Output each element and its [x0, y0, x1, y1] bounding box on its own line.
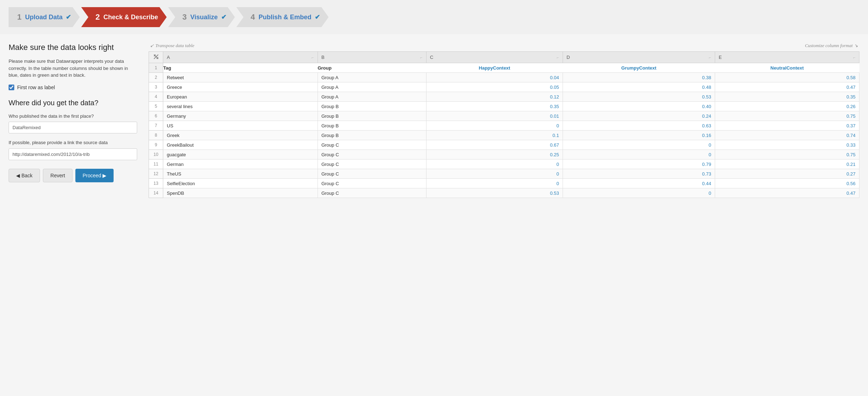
left-panel: Make sure the data looks right Please ma…: [9, 43, 137, 198]
row-8-col-1: Group B: [318, 131, 426, 140]
description-text: Please make sure that Datawrapper interp…: [9, 58, 137, 79]
col-c-sort-icon: ⌐: [557, 55, 559, 60]
row-8-col-0: Greek: [163, 131, 318, 140]
row-10-col-4: 0.75: [715, 150, 859, 159]
step-check[interactable]: 2 Check & Describe: [81, 7, 166, 27]
row-5-col-2: 0.35: [426, 102, 563, 111]
action-buttons: ◀ Back Revert Proceed ▶: [9, 169, 137, 182]
customize-link[interactable]: Customize column format ↘: [805, 43, 858, 49]
right-panel: ↙ Transpose data table Customize column …: [149, 43, 859, 198]
row-13-col-0: SelfieElection: [163, 179, 318, 188]
proceed-button[interactable]: Proceed ▶: [75, 169, 114, 182]
col-d-header: D ⌐: [563, 52, 715, 63]
row-8-col-3: 0.16: [563, 131, 715, 140]
row-5-col-3: 0.40: [563, 102, 715, 111]
row-6-col-0: Germany: [163, 111, 318, 121]
row-3-col-0: Greece: [163, 82, 318, 92]
table-row: 6GermanyGroup B0.010.240.75: [149, 111, 859, 121]
row-2-col-2: 0.04: [426, 73, 563, 82]
row-9-col-0: GreekBailout: [163, 140, 318, 150]
col-c-header: C ⌐: [426, 52, 563, 63]
row-7-col-3: 0.63: [563, 121, 715, 131]
row-2-col-3: 0.38: [563, 73, 715, 82]
step-visualize[interactable]: 3 Visualize ✔: [168, 7, 235, 27]
col-a-sort-icon: ⌐: [311, 55, 314, 60]
col-b-sort-icon: ⌐: [420, 55, 422, 60]
row-3-col-3: 0.48: [563, 82, 715, 92]
row-12-col-3: 0.73: [563, 169, 715, 179]
row-11-num: 11: [149, 159, 163, 169]
row-13-col-3: 0.44: [563, 179, 715, 188]
row-10-col-3: 0: [563, 150, 715, 159]
row-12-col-2: 0: [426, 169, 563, 179]
row-5-col-1: Group B: [318, 102, 426, 111]
row-4-col-2: 0.12: [426, 92, 563, 102]
row-12-num: 12: [149, 169, 163, 179]
row-4-col-4: 0.35: [715, 92, 859, 102]
row-9-col-2: 0.67: [426, 140, 563, 150]
publisher-input[interactable]: [9, 122, 137, 133]
row-2-num: 2: [149, 73, 163, 82]
header-tag: Tag: [163, 63, 318, 73]
step-upload[interactable]: 1 Upload Data ✔: [9, 7, 80, 27]
table-row: 10guacgateGroup C0.2500.75: [149, 150, 859, 159]
first-row-checkbox[interactable]: [9, 85, 14, 90]
step4-label: Publish & Embed ✔: [259, 13, 320, 21]
row-11-col-1: Group C: [318, 159, 426, 169]
header-group: Group: [318, 63, 426, 73]
row-7-col-0: US: [163, 121, 318, 131]
row-13-col-1: Group C: [318, 179, 426, 188]
row-12-col-0: TheUS: [163, 169, 318, 179]
back-button[interactable]: ◀ Back: [9, 169, 40, 182]
row-14-num: 14: [149, 188, 163, 198]
row-10-col-0: guacgate: [163, 150, 318, 159]
row-9-col-3: 0: [563, 140, 715, 150]
table-row: 8GreekGroup B0.10.160.74: [149, 131, 859, 140]
header-happy: HappyContext: [426, 63, 563, 73]
row-6-col-3: 0.24: [563, 111, 715, 121]
row-3-num: 3: [149, 82, 163, 92]
section-heading-1: Make sure the data looks right: [9, 43, 137, 52]
source-input[interactable]: [9, 148, 137, 160]
row-7-col-4: 0.37: [715, 121, 859, 131]
row-12-col-4: 0.27: [715, 169, 859, 179]
row-6-num: 6: [149, 111, 163, 121]
row-4-col-3: 0.53: [563, 92, 715, 102]
col-e-sort-icon: ⌐: [853, 55, 855, 60]
row-5-col-0: several lines: [163, 102, 318, 111]
row-5-num: 5: [149, 102, 163, 111]
row-8-col-2: 0.1: [426, 131, 563, 140]
row-2-col-1: Group A: [318, 73, 426, 82]
step2-label: Check & Describe: [104, 14, 158, 21]
row-11-col-0: German: [163, 159, 318, 169]
section-heading-2: Where did you get the data?: [9, 99, 137, 107]
transpose-arrow: ↙: [150, 43, 154, 49]
row-9-num: 9: [149, 140, 163, 150]
step3-label: Visualize ✔: [190, 13, 226, 21]
table-row: 12TheUSGroup C00.730.27: [149, 169, 859, 179]
source-label: If possible, please provide a link the s…: [9, 139, 137, 146]
table-row: 14SpenDBGroup C0.5300.47: [149, 188, 859, 198]
customize-label: Customize column format: [805, 43, 853, 49]
step3-num: 3: [183, 12, 187, 22]
step4-num: 4: [251, 12, 255, 22]
stepper: 1 Upload Data ✔ 2 Check & Describe 3 Vis…: [0, 0, 868, 34]
table-actions: ↙ Transpose data table Customize column …: [149, 43, 859, 49]
table-row: 7USGroup B00.630.37: [149, 121, 859, 131]
row-7-num: 7: [149, 121, 163, 131]
data-table: A ⌐ B ⌐ C ⌐: [149, 51, 859, 198]
row-14-col-0: SpenDB: [163, 188, 318, 198]
table-row: 9GreekBailoutGroup C0.6700.33: [149, 140, 859, 150]
publisher-label: Who published the data in the first plac…: [9, 113, 137, 120]
row-6-col-2: 0.01: [426, 111, 563, 121]
step-publish[interactable]: 4 Publish & Embed ✔: [236, 7, 329, 27]
transpose-link[interactable]: ↙ Transpose data table: [150, 43, 194, 49]
col-e-header: E ⌐: [715, 52, 859, 63]
table-body: 2RetweetGroup A0.040.380.583GreeceGroup …: [149, 73, 859, 198]
col-a-header: A ⌐: [163, 52, 318, 63]
step2-num: 2: [95, 12, 100, 22]
row-14-col-2: 0.53: [426, 188, 563, 198]
corner-cell[interactable]: [149, 52, 163, 63]
revert-button[interactable]: Revert: [43, 169, 73, 182]
col-d-sort-icon: ⌐: [709, 55, 711, 60]
